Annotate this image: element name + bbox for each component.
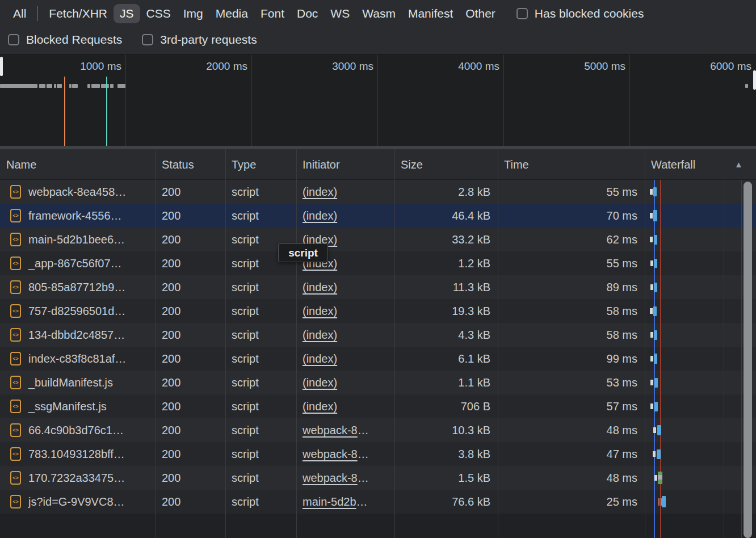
name-cell: <>134-dbbd2c4857… — [0, 323, 156, 347]
filter-tab-ws[interactable]: WS — [324, 4, 356, 23]
column-header-size[interactable]: Size — [394, 149, 498, 180]
time-cell: 62 ms — [498, 228, 645, 251]
initiator-link[interactable]: main-5d2b — [303, 495, 356, 508]
script-file-icon: <> — [10, 447, 21, 461]
size-cell: 4.3 kB — [394, 323, 498, 347]
load-event-marker — [106, 77, 107, 146]
initiator-link[interactable]: (index) — [303, 376, 337, 389]
vertical-scrollbar-thumb[interactable] — [744, 182, 752, 538]
table-row[interactable]: <>webpack-8ea458…200script(index)2.8 kB5… — [0, 180, 756, 204]
table-row[interactable]: <>_app-867c56f07…200script(index)1.2 kB5… — [0, 251, 756, 275]
request-name: 805-85a87712b9… — [28, 275, 125, 299]
status-cell: 200 — [156, 299, 225, 323]
initiator-cell: main-5d2b… — [296, 490, 394, 514]
initiator-link[interactable]: (index) — [303, 281, 337, 293]
filter-tab-doc[interactable]: Doc — [291, 4, 324, 23]
column-divider[interactable] — [296, 149, 297, 538]
overview-request-dash — [110, 84, 114, 88]
name-cell: <>805-85a87712b9… — [0, 275, 156, 299]
filter-row-1: AllFetch/XHRJSCSSImgMediaFontDocWSWasmMa… — [0, 0, 756, 27]
initiator-link[interactable]: (index) — [303, 400, 337, 413]
request-name: 66.4c90b3d76c1… — [28, 418, 124, 442]
size-cell: 1.1 kB — [394, 371, 498, 394]
time-cell: 48 ms — [498, 418, 645, 442]
table-body: <>webpack-8ea458…200script(index)2.8 kB5… — [0, 180, 756, 538]
filter-tab-js[interactable]: JS — [114, 4, 140, 23]
waterfall-cell — [645, 204, 755, 228]
blocked-requests-checkbox[interactable] — [8, 34, 19, 45]
name-cell: <>main-5d2b1bee6… — [0, 228, 156, 251]
table-row[interactable]: <>js?id=G-9V9VC8…200scriptmain-5d2b…76.6… — [0, 490, 756, 514]
table-row[interactable]: <>index-c83f8c81af…200script(index)6.1 k… — [0, 347, 756, 371]
overview-request-dash — [91, 84, 100, 88]
timeline-overview[interactable]: 1000 ms2000 ms3000 ms4000 ms5000 ms6000 … — [0, 54, 756, 146]
filter-tab-other[interactable]: Other — [459, 4, 502, 23]
column-header-time[interactable]: Time — [498, 149, 645, 180]
table-header: NameStatusTypeInitiatorSizeTimeWaterfall… — [0, 149, 756, 180]
column-divider[interactable] — [394, 149, 395, 538]
filter-tab-fetch-xhr[interactable]: Fetch/XHR — [43, 4, 114, 23]
time-cell: 48 ms — [498, 466, 645, 490]
request-name: webpack-8ea458… — [28, 180, 126, 204]
initiator-link[interactable]: (index) — [303, 209, 337, 222]
third-party-requests-checkbox[interactable] — [142, 34, 153, 45]
type-cell: script — [225, 466, 296, 490]
column-divider[interactable] — [498, 149, 498, 538]
filter-tab-css[interactable]: CSS — [140, 4, 177, 23]
filter-tab-wasm[interactable]: Wasm — [356, 4, 402, 23]
filter-tab-manifest[interactable]: Manifest — [402, 4, 459, 23]
column-header-name[interactable]: Name — [0, 149, 156, 180]
initiator-link[interactable]: (index) — [303, 186, 337, 198]
status-cell: 200 — [156, 347, 225, 371]
column-header-type[interactable]: Type — [225, 149, 296, 180]
time-cell: 53 ms — [498, 371, 645, 394]
table-row[interactable]: <>170.7232a33475…200scriptwebpack-8…1.5 … — [0, 466, 756, 490]
type-cell: script — [225, 180, 296, 204]
script-file-icon: <> — [10, 304, 21, 318]
size-cell: 706 B — [394, 394, 498, 418]
overview-right-grip[interactable] — [753, 70, 756, 90]
table-row[interactable]: <>framework-4556…200script(index)46.4 kB… — [0, 204, 756, 228]
has-blocked-cookies-checkbox[interactable] — [516, 8, 528, 19]
table-row[interactable]: <>134-dbbd2c4857…200script(index)4.3 kB5… — [0, 323, 756, 347]
column-divider[interactable] — [156, 149, 156, 538]
timeline-tick-label: 4000 ms — [379, 60, 499, 73]
waterfall-cell — [645, 394, 755, 418]
overview-request-dash — [745, 84, 748, 88]
status-cell: 200 — [156, 394, 225, 418]
initiator-cell: webpack-8… — [296, 442, 394, 466]
initiator-link[interactable]: webpack-8 — [303, 424, 358, 436]
filter-tab-all[interactable]: All — [7, 4, 32, 23]
initiator-link[interactable]: (index) — [303, 329, 337, 341]
table-row[interactable]: <>_buildManifest.js200script(index)1.1 k… — [0, 371, 756, 394]
column-header-initiator[interactable]: Initiator — [296, 149, 394, 180]
name-cell: <>170.7232a33475… — [0, 466, 156, 490]
table-row[interactable]: <>66.4c90b3d76c1…200scriptwebpack-8…10.3… — [0, 418, 756, 442]
filter-tab-font[interactable]: Font — [254, 4, 291, 23]
filter-tab-media[interactable]: Media — [209, 4, 254, 23]
filter-tab-img[interactable]: Img — [177, 4, 209, 23]
initiator-link[interactable]: webpack-8 — [303, 448, 358, 460]
type-cell: script — [225, 371, 296, 394]
overview-request-dash — [39, 84, 45, 88]
column-divider[interactable] — [645, 149, 645, 538]
status-cell: 200 — [156, 228, 225, 251]
waterfall-bar — [654, 354, 657, 364]
table-row[interactable]: <>783.10493128bff…200scriptwebpack-8…3.8… — [0, 442, 756, 466]
table-row[interactable]: <>main-5d2b1bee6…200script(index)33.2 kB… — [0, 228, 756, 251]
waterfall-bar — [658, 472, 662, 484]
sort-arrow-icon[interactable]: ▲ — [734, 149, 743, 180]
name-cell: <>webpack-8ea458… — [0, 180, 156, 204]
time-cell: 25 ms — [498, 490, 645, 514]
column-divider[interactable] — [225, 149, 226, 538]
table-row[interactable]: <>_ssgManifest.js200script(index)706 B57… — [0, 394, 756, 418]
waterfall-waiting-tick — [650, 284, 653, 290]
table-row[interactable]: <>757-d82596501d…200script(index)19.3 kB… — [0, 299, 756, 323]
initiator-link[interactable]: (index) — [303, 305, 337, 317]
dcl-event-marker — [64, 77, 65, 146]
table-row[interactable]: <>805-85a87712b9…200script(index)11.3 kB… — [0, 275, 756, 299]
column-header-status[interactable]: Status — [156, 149, 225, 180]
initiator-link[interactable]: (index) — [303, 352, 337, 365]
name-cell: <>index-c83f8c81af… — [0, 347, 156, 371]
initiator-link[interactable]: webpack-8 — [303, 472, 358, 484]
